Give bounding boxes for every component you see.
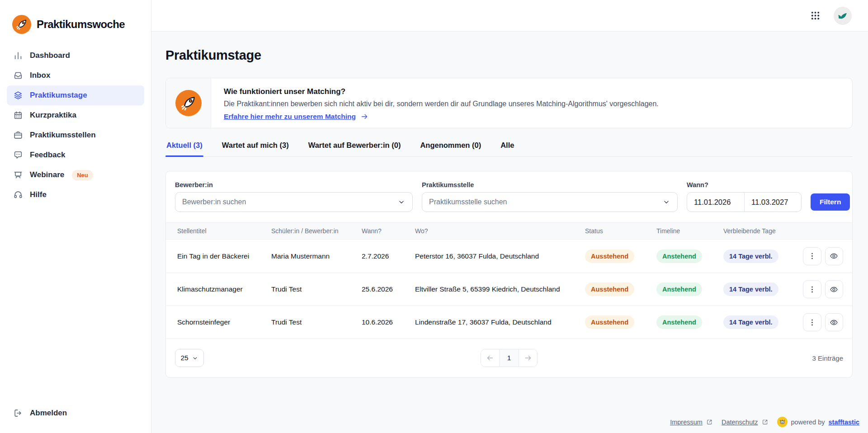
column-header-timeline: Timeline [656, 227, 723, 235]
kebab-icon [808, 318, 816, 327]
kebab-icon [808, 285, 816, 294]
table-row[interactable]: Klimaschutzmanager Trudi Test 25.6.2026 … [166, 273, 852, 306]
current-page[interactable]: 1 [499, 349, 519, 367]
table-row[interactable]: Ein Tag in der Bäckerei Maria Mustermann… [166, 240, 852, 273]
calendar-icon [13, 110, 23, 120]
cell-applicant: Maria Mustermann [271, 252, 362, 260]
date-filter-label: Wann? [687, 181, 802, 188]
logout-button[interactable]: Abmelden [7, 403, 144, 423]
status-badge: Ausstehend [585, 282, 634, 296]
tab-wartet-auf-mich-3[interactable]: Wartet auf mich (3) [221, 140, 290, 156]
total-entries-label: 3 Einträge [812, 354, 843, 362]
status-badge: Ausstehend [585, 249, 634, 263]
pager: 1 [481, 349, 538, 367]
cell-date: 2.7.2026 [362, 252, 415, 260]
row-view-button[interactable] [825, 280, 844, 298]
sidebar-nav: Dashboard Inbox Praktikumstage Kurzprakt… [0, 46, 151, 205]
brand-logo[interactable]: Praktikumswoche [0, 0, 151, 34]
sidebar-item-inbox[interactable]: Inbox [7, 66, 144, 85]
external-link-icon [762, 419, 769, 425]
sidebar-item-praktikumstage[interactable]: Praktikumstage [7, 85, 144, 105]
arrow-right-icon [524, 354, 532, 362]
timeline-badge: Anstehend [656, 315, 702, 329]
pagination-bar: 25 1 3 Einträge [166, 339, 852, 377]
column-header-wo: Wo? [415, 227, 585, 235]
cell-location: Eltviller Straße 5, 65399 Kiedrich, Deut… [415, 285, 585, 293]
cell-title: Schornsteinfeger [177, 318, 271, 326]
chevron-down-icon [662, 198, 670, 206]
applicant-select[interactable]: Bewerber:in suchen [175, 192, 413, 212]
cell-title: Klimaschutzmanager [177, 285, 271, 293]
row-menu-button[interactable] [803, 247, 821, 265]
cell-title: Ein Tag in der Bäckerei [177, 252, 271, 260]
eye-icon [830, 318, 838, 327]
cell-applicant: Trudi Test [271, 318, 362, 326]
inbox-icon [13, 71, 23, 80]
robot-icon [777, 417, 788, 427]
table-body: Ein Tag in der Bäckerei Maria Mustermann… [166, 240, 852, 339]
cell-date: 25.6.2026 [362, 285, 415, 293]
sidebar-item-webinare[interactable]: Webinare Neu [7, 165, 144, 185]
sidebar-item-dashboard[interactable]: Dashboard [7, 46, 144, 66]
tab-aktuell-3[interactable]: Aktuell (3) [165, 140, 203, 156]
cell-location: Lindenstraße 17, 36037 Fulda, Deutschlan… [415, 318, 585, 326]
column-header-stellentitel: Stellentitel [177, 227, 271, 235]
swoosh-logo-icon [836, 9, 849, 22]
status-badge: Ausstehend [585, 315, 634, 329]
cell-date: 10.6.2026 [362, 318, 415, 326]
tab-bar: Aktuell (3)Wartet auf mich (3)Wartet auf… [165, 140, 853, 157]
matching-info-link[interactable]: Erfahre hier mehr zu unserem Matching [224, 113, 368, 121]
sidebar-logout-wrap: Abmelden [0, 403, 151, 423]
footer: Impressum Datenschutz powered by staffta… [165, 411, 859, 433]
position-select[interactable]: Praktikumsstelle suchen [422, 192, 678, 212]
timeline-badge: Anstehend [656, 249, 702, 263]
page-size-select[interactable]: 25 [175, 349, 204, 367]
main-area: Praktikumstage Wie funktioniert unser Ma… [151, 0, 868, 433]
footer-link-datenschutz[interactable]: Datenschutz [722, 419, 769, 426]
row-view-button[interactable] [825, 247, 844, 265]
row-menu-button[interactable] [803, 313, 821, 331]
rocket-icon [12, 15, 31, 34]
table-row[interactable]: Schornsteinfeger Trudi Test 10.6.2026 Li… [166, 306, 852, 339]
column-header-verbleibende-tage: Verbleibende Tage [723, 227, 803, 235]
logout-icon [13, 408, 23, 418]
filter-button[interactable]: Filtern [811, 193, 850, 211]
sidebar-item-praktikumsstellen[interactable]: Praktikumsstellen [7, 125, 144, 145]
info-text: Die Praktikant:innen bewerben sich nicht… [224, 100, 659, 108]
date-to-input[interactable]: 11.03.2027 [744, 193, 801, 212]
sidebar-item-hilfe[interactable]: Hilfe [7, 185, 144, 205]
apps-grid-button[interactable] [809, 10, 821, 22]
external-link-icon [706, 419, 713, 425]
rocket-icon [175, 90, 202, 116]
position-filter-label: Praktikumsstelle [422, 181, 678, 188]
kebab-icon [808, 252, 816, 260]
eye-icon [830, 252, 838, 260]
filter-bar: Bewerber:in Bewerber:in suchen Praktikum… [166, 171, 852, 222]
chevron-down-icon [192, 355, 198, 362]
info-title: Wie funktioniert unser Matching? [224, 87, 659, 96]
tab-alle[interactable]: Alle [500, 140, 515, 156]
row-menu-button[interactable] [803, 280, 821, 298]
results-card: Bewerber:in Bewerber:in suchen Praktikum… [165, 171, 853, 378]
previous-page-button[interactable] [481, 349, 499, 367]
next-page-button[interactable] [519, 349, 537, 367]
sidebar-item-feedback[interactable]: Feedback [7, 145, 144, 165]
date-from-input[interactable]: 11.01.2026 [687, 193, 744, 212]
sidebar: Praktikumswoche Dashboard Inbox Praktiku… [0, 0, 151, 433]
column-header-schüler-in-bewerber-in: Schüler:in / Bewerber:in [271, 227, 362, 235]
applicant-filter-label: Bewerber:in [175, 181, 413, 188]
footer-link-impressum[interactable]: Impressum [670, 419, 713, 426]
page-content: Praktikumstage Wie funktioniert unser Ma… [151, 32, 868, 433]
column-header-status: Status [585, 227, 656, 235]
remaining-days-badge: 14 Tage verbl. [723, 249, 778, 263]
arrow-left-icon [486, 354, 494, 362]
sidebar-item-kurzpraktika[interactable]: Kurzpraktika [7, 105, 144, 125]
dashboard-icon [13, 51, 23, 61]
avatar[interactable] [834, 7, 852, 25]
row-view-button[interactable] [825, 313, 844, 331]
remaining-days-badge: 14 Tage verbl. [723, 315, 778, 329]
grid-icon [810, 10, 821, 21]
tab-angenommen-0[interactable]: Angenommen (0) [419, 140, 482, 156]
stafftastic-link[interactable]: stafftastic [829, 419, 860, 426]
tab-wartet-auf-bewerber-in-0[interactable]: Wartet auf Bewerber:in (0) [307, 140, 402, 156]
